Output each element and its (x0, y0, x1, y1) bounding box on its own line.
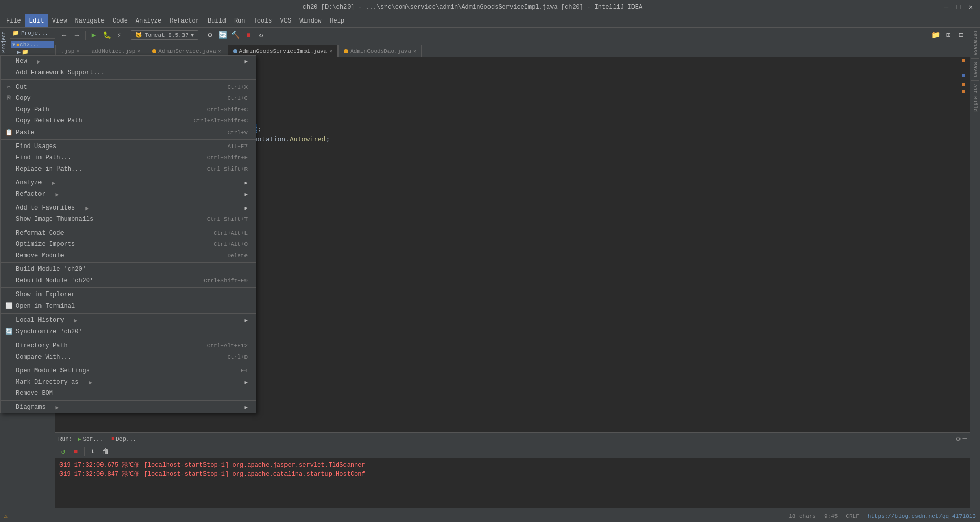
menu-tools[interactable]: Tools (250, 14, 276, 27)
cm-cut[interactable]: ✂ Cut Ctrl+X (1, 81, 256, 93)
collapse-button[interactable]: ⊟ (955, 30, 967, 41)
cm-find-in-path[interactable]: Find in Path... Ctrl+Shift+F (1, 152, 256, 163)
cm-reformat-code[interactable]: Reformat Code Ctrl+Alt+L (1, 227, 256, 239)
cm-build-module[interactable]: Build Module 'ch20' (1, 264, 256, 275)
tab-impl-close[interactable]: ✕ (329, 48, 332, 54)
tab-dao-close[interactable]: ✕ (413, 48, 416, 54)
menu-code[interactable]: Code (109, 14, 132, 27)
menu-build[interactable]: Build (203, 14, 230, 27)
status-encoding: CRLF (846, 513, 859, 519)
cm-local-history[interactable]: Local History ▶ (1, 315, 256, 326)
run-clear-button[interactable]: 🗑 (100, 446, 111, 457)
stop-button[interactable]: ■ (242, 30, 254, 41)
menu-window[interactable]: Window (295, 14, 325, 27)
status-chars: 18 chars (789, 513, 816, 519)
right-panels: Database Maven Ant Build (970, 28, 980, 522)
back-button[interactable]: ← (58, 30, 70, 41)
minimize-button[interactable]: ─ (941, 2, 951, 12)
cm-sep-5 (1, 226, 256, 226)
cm-directory-path[interactable]: Directory Path Ctrl+Alt+F12 (1, 340, 256, 351)
cm-analyze[interactable]: Analyze ▶ (1, 177, 256, 189)
close-button[interactable]: ✕ (966, 2, 976, 12)
cm-remove-module[interactable]: Remove Module Delete (1, 250, 256, 261)
debug-button[interactable]: 🐛 (101, 30, 112, 41)
run-stop-button[interactable]: ■ (70, 446, 81, 457)
gutter-marker-3 (962, 83, 965, 86)
status-url[interactable]: https://blog.csdn.net/qq_4171813 (868, 513, 976, 519)
tab-adminservice-label: AdminService.java (158, 48, 216, 54)
menu-run[interactable]: Run (230, 14, 250, 27)
cm-refactor[interactable]: Refactor ▶ (1, 189, 256, 200)
run-minimize-button[interactable]: ─ (963, 434, 967, 443)
build-project-button[interactable]: 🔨 (230, 30, 241, 41)
forward-button[interactable]: → (71, 30, 83, 41)
tomcat-config[interactable]: 🐱 Tomcat 8.5.37 ▼ (131, 30, 198, 40)
folder-button[interactable]: 📁 (930, 30, 941, 41)
cm-replace-in-path[interactable]: Replace in Path... Ctrl+Shift+R (1, 163, 256, 175)
tab-addnotice-close[interactable]: ✕ (137, 48, 140, 54)
cm-open-module-settings[interactable]: Open Module Settings F4 (1, 365, 256, 377)
menu-analyze[interactable]: Analyze (132, 14, 166, 27)
cm-copy-relative-path[interactable]: Copy Relative Path Ctrl+Alt+Shift+C (1, 115, 256, 127)
update-button[interactable]: ↻ (255, 30, 267, 41)
tab-admingoodsdao[interactable]: AdminGoodsDao.java ✕ (338, 45, 422, 57)
cm-copy-path[interactable]: Copy Path Ctrl+Shift+C (1, 104, 256, 115)
tomcat-label: Tomcat 8.5.37 (145, 32, 189, 38)
cm-find-usages[interactable]: Find Usages Alt+F7 (1, 141, 256, 152)
run-tab-ser[interactable]: ▶ Ser... (75, 435, 106, 443)
expand-button[interactable]: ⊞ (943, 30, 954, 41)
title-text: ch20 [D:\ch20] - ...\src\com\service\adm… (4, 4, 941, 11)
cm-show-image-thumbnails[interactable]: Show Image Thumbnails Ctrl+Shift+T (1, 214, 256, 225)
tree-item-1[interactable]: ▶ 📁 (11, 48, 54, 56)
tab-adminservice-close[interactable]: ✕ (218, 48, 221, 54)
status-warning-icon: ⚠ (4, 513, 8, 519)
title-bar: ch20 [D:\ch20] - ...\src\com\service\adm… (0, 0, 980, 14)
run-tab-dep[interactable]: ■ Dep... (108, 435, 139, 443)
cm-mark-directory[interactable]: Mark Directory as ▶ (1, 377, 256, 388)
menu-vcs[interactable]: VCS (276, 14, 296, 27)
cm-compare-with[interactable]: Compare With... Ctrl+D (1, 351, 256, 363)
run-button[interactable]: ▶ (88, 30, 99, 41)
run-tabs: ▶ Ser... ■ Dep... (75, 435, 139, 443)
cm-add-to-favorites[interactable]: Add to Favorites ▶ (1, 202, 256, 214)
cm-paste[interactable]: 📋 Paste Ctrl+V (1, 127, 256, 138)
run-restart-button[interactable]: ↺ (57, 446, 69, 457)
cm-optimize-imports[interactable]: Optimize Imports Ctrl+Alt+O (1, 239, 256, 250)
cm-open-in-terminal[interactable]: ⬜ Open in Terminal (1, 300, 256, 312)
run-with-coverage[interactable]: ⚡ (114, 30, 125, 41)
cm-copy[interactable]: ⎘ Copy Ctrl+C (1, 93, 256, 104)
menu-bar: File Edit View Navigate Code Analyze Ref… (0, 14, 980, 28)
tree-item-ch20[interactable]: ▼ ■ ch2... (11, 41, 54, 48)
menu-refactor[interactable]: Refactor (166, 14, 203, 27)
cm-remove-bom[interactable]: Remove BOM (1, 388, 256, 399)
cm-show-in-explorer[interactable]: Show in Explorer (1, 289, 256, 300)
menu-view[interactable]: View (48, 14, 71, 27)
database-panel-tab[interactable]: Database (971, 28, 979, 59)
run-settings-button[interactable]: ⚙ (956, 434, 960, 443)
ant-build-panel-tab[interactable]: Ant Build (971, 81, 979, 115)
cm-synchronize[interactable]: 🔄 Synchronize 'ch20' (1, 326, 256, 338)
menu-file[interactable]: File (2, 14, 25, 27)
menu-navigate[interactable]: Navigate (71, 14, 109, 27)
settings-button[interactable]: ⚙ (204, 30, 215, 41)
refresh-button[interactable]: 🔄 (217, 30, 228, 41)
cm-sep-1 (1, 79, 256, 80)
cm-add-framework[interactable]: Add Framework Support... (1, 67, 256, 78)
run-scroll-end-button[interactable]: ⬇ (87, 446, 98, 457)
status-bar: ⚠ 18 chars 9:45 CRLF https://blog.csdn.n… (0, 510, 980, 522)
cm-new[interactable]: New ▶ (1, 56, 256, 67)
cm-rebuild-module[interactable]: Rebuild Module 'ch20' Ctrl+Shift+F9 (1, 275, 256, 286)
tab-jsp-close[interactable]: ✕ (76, 48, 79, 54)
cm-sep-6 (1, 262, 256, 263)
maximize-button[interactable]: □ (953, 2, 964, 12)
menu-edit[interactable]: Edit (25, 14, 48, 27)
gutter-marker-1 (962, 59, 965, 62)
cm-diagrams[interactable]: Diagrams ▶ (1, 402, 256, 413)
cm-sep-3 (1, 176, 256, 176)
status-right: 18 chars 9:45 CRLF https://blog.csdn.net… (789, 513, 976, 519)
menu-help[interactable]: Help (325, 14, 349, 27)
run-panel-header: Run: ▶ Ser... ■ Dep... ⚙ ─ (55, 433, 970, 445)
cm-sep-4 (1, 201, 256, 201)
run-toolbar: ↺ ■ ⬇ 🗑 (55, 445, 970, 458)
maven-panel-tab[interactable]: Maven (971, 59, 979, 81)
